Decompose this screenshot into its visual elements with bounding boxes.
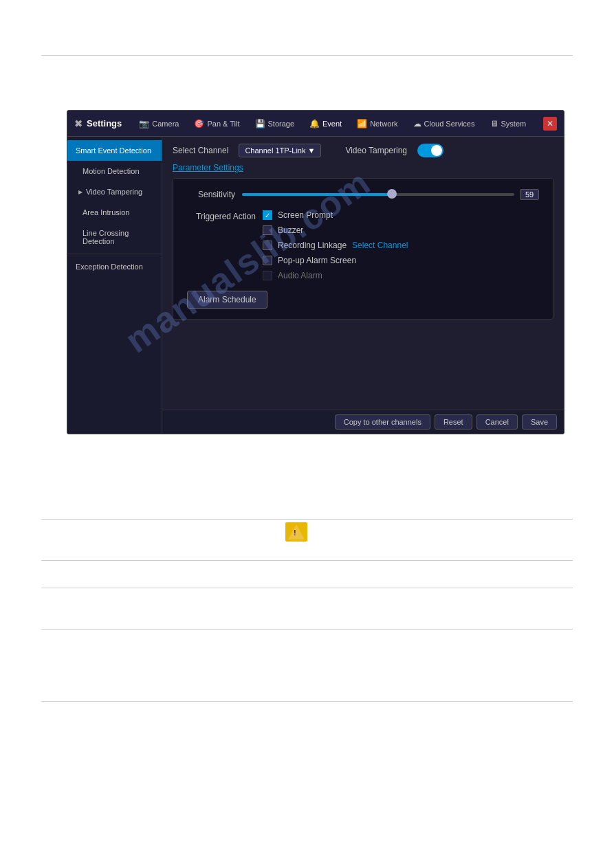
screen-prompt-label: Screen Prompt <box>278 210 333 220</box>
settings-dialog: ✖ Settings 📷 Camera 🎯 Pan & Tilt 💾 Stora… <box>67 110 564 434</box>
screen-prompt-checkbox[interactable] <box>263 210 272 220</box>
settings-icon: ✖ <box>74 118 83 129</box>
sidebar-item-motion-detection[interactable]: Motion Detection <box>67 161 162 181</box>
select-channel-label: Select Channel <box>173 146 228 155</box>
recording-linkage-checkbox[interactable] <box>263 241 272 250</box>
nav-tabs: 📷 Camera 🎯 Pan & Tilt 💾 Storage 🔔 Event … <box>132 116 543 131</box>
action-item-audio-alarm: Audio Alarm <box>263 271 408 280</box>
sidebar-divider <box>67 254 162 254</box>
action-item-buzzer: Buzzer <box>263 225 408 235</box>
divider-bottom3 <box>41 588 573 588</box>
video-tampering-label: Video Tampering <box>345 146 407 155</box>
tab-storage[interactable]: 💾 Storage <box>248 116 302 131</box>
audio-alarm-checkbox <box>263 271 272 280</box>
sidebar-smart-event-label: Smart Event Detection <box>76 146 151 155</box>
tab-pan-tilt-label: Pan & Tilt <box>207 120 239 128</box>
divider-bottom4 <box>41 629 573 630</box>
channel-select-dropdown[interactable]: Channel 1TP-Link ▼ <box>239 144 321 157</box>
sidebar-line-crossing-label: Line Crossing Detection <box>83 229 153 245</box>
close-button[interactable]: ✕ <box>543 117 557 131</box>
sidebar-item-area-intrusion[interactable]: Area Intrusion <box>67 202 162 223</box>
copy-to-other-channels-button[interactable]: Copy to other channels <box>335 414 430 430</box>
tab-network-label: Network <box>370 120 397 128</box>
warning-badge <box>285 522 307 542</box>
cloud-icon: ☁ <box>413 119 421 129</box>
network-icon: 📶 <box>357 119 367 129</box>
sidebar-exception-label: Exception Detection <box>76 263 143 271</box>
sidebar-item-video-tampering[interactable]: ▶ Video Tampering <box>67 181 162 202</box>
tab-system[interactable]: 🖥 System <box>483 116 534 131</box>
buzzer-label: Buzzer <box>278 225 303 235</box>
tab-camera[interactable]: 📷 Camera <box>132 116 186 131</box>
tab-camera-label: Camera <box>152 120 179 128</box>
pan-tilt-icon: 🎯 <box>194 119 204 129</box>
sidebar: Smart Event Detection Motion Detection ▶… <box>67 137 162 434</box>
warning-icon-area <box>285 522 307 542</box>
triggered-action-row: Triggered Action Screen Prompt Buzzer <box>187 210 539 280</box>
arrow-icon: ▶ <box>78 189 83 195</box>
action-list: Screen Prompt Buzzer Recording Linkage <box>263 210 408 280</box>
bottom-bar: Copy to other channels Reset Cancel Save <box>162 410 564 434</box>
cancel-button[interactable]: Cancel <box>476 414 518 430</box>
tab-network[interactable]: 📶 Network <box>350 116 404 131</box>
param-settings-label[interactable]: Parameter Settings <box>173 163 553 173</box>
param-box: Sensitivity 59 Triggered Action <box>173 178 553 320</box>
sidebar-motion-label: Motion Detection <box>83 167 140 175</box>
tab-pan-tilt[interactable]: 🎯 Pan & Tilt <box>187 116 246 131</box>
recording-select-channel-link[interactable]: Select Channel <box>352 241 408 250</box>
slider-thumb[interactable] <box>387 189 397 199</box>
tab-cloud[interactable]: ☁ Cloud Services <box>406 116 482 131</box>
page-wrapper: ✖ Settings 📷 Camera 🎯 Pan & Tilt 💾 Stora… <box>0 0 614 868</box>
sensitivity-row: Sensitivity 59 <box>187 189 539 200</box>
alarm-schedule-button[interactable]: Alarm Schedule <box>187 291 267 309</box>
tab-event-label: Event <box>322 120 342 128</box>
triggered-action-label: Triggered Action <box>187 210 256 221</box>
divider-bottom2 <box>41 560 573 561</box>
slider-fill <box>242 193 392 196</box>
save-button[interactable]: Save <box>522 414 557 430</box>
sidebar-item-exception-detection[interactable]: Exception Detection <box>67 256 162 277</box>
reset-button[interactable]: Reset <box>435 414 472 430</box>
audio-alarm-label: Audio Alarm <box>278 271 322 280</box>
channel-row: Select Channel Channel 1TP-Link ▼ Video … <box>173 144 553 157</box>
system-icon: 🖥 <box>490 119 498 129</box>
buzzer-checkbox[interactable] <box>263 225 272 235</box>
tab-cloud-label: Cloud Services <box>424 120 475 128</box>
sensitivity-label: Sensitivity <box>187 190 235 199</box>
camera-icon: 📷 <box>139 119 149 129</box>
sidebar-area-intrusion-label: Area Intrusion <box>83 208 129 216</box>
popup-alarm-checkbox[interactable] <box>263 256 272 265</box>
popup-alarm-label: Pop-up Alarm Screen <box>278 256 356 265</box>
channel-value: Channel 1TP-Link ▼ <box>245 146 315 155</box>
sidebar-item-smart-event[interactable]: Smart Event Detection <box>67 140 162 161</box>
sensitivity-value: 59 <box>520 189 539 200</box>
recording-linkage-label: Recording Linkage <box>278 241 347 250</box>
action-item-screen-prompt: Screen Prompt <box>263 210 408 220</box>
storage-icon: 💾 <box>255 119 265 129</box>
dialog-title: Settings <box>87 118 122 129</box>
divider-bottom5 <box>41 701 573 702</box>
action-item-recording-linkage: Recording Linkage Select Channel <box>263 241 408 250</box>
main-panel: Select Channel Channel 1TP-Link ▼ Video … <box>162 137 564 434</box>
divider-bottom1 <box>41 519 573 520</box>
tab-storage-label: Storage <box>268 120 295 128</box>
sensitivity-slider[interactable] <box>242 193 514 196</box>
title-bar: ✖ Settings 📷 Camera 🎯 Pan & Tilt 💾 Stora… <box>67 111 564 137</box>
sidebar-item-line-crossing[interactable]: Line Crossing Detection <box>67 223 162 252</box>
content-area: Smart Event Detection Motion Detection ▶… <box>67 137 564 434</box>
event-icon: 🔔 <box>309 119 320 129</box>
tab-system-label: System <box>501 120 527 128</box>
slider-container: 59 <box>242 189 539 200</box>
action-item-popup-alarm: Pop-up Alarm Screen <box>263 256 408 265</box>
sidebar-video-tampering-label: Video Tampering <box>86 188 142 196</box>
divider-top <box>41 55 573 56</box>
tab-event[interactable]: 🔔 Event <box>303 116 349 131</box>
warning-triangle-icon <box>288 524 305 539</box>
video-tampering-toggle[interactable] <box>417 144 443 157</box>
title-bar-title: ✖ Settings <box>74 118 122 129</box>
